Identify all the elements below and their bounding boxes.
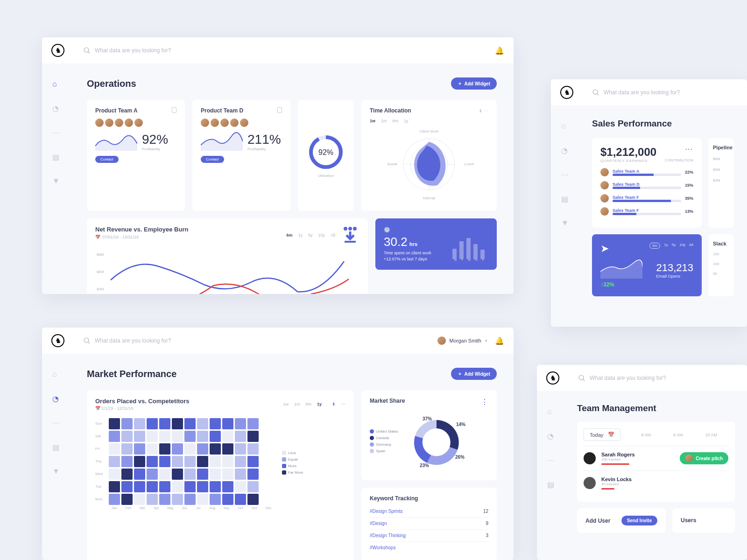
heatmap-cell[interactable] — [172, 481, 183, 492]
heatmap-cell[interactable] — [147, 456, 158, 467]
heatmap-cell[interactable] — [210, 469, 221, 480]
heatmap-cell[interactable] — [184, 443, 196, 455]
heatmap-cell[interactable] — [147, 431, 158, 442]
heatmap-cell[interactable] — [172, 469, 183, 480]
nav-chart-icon[interactable]: ◔ — [52, 394, 60, 402]
more-icon[interactable]: ⋮ — [481, 398, 488, 406]
heatmap-cell[interactable] — [172, 443, 183, 455]
nav-filter-icon[interactable]: ▼ — [561, 219, 569, 226]
heatmap-cell[interactable] — [121, 431, 133, 442]
heatmap-cell[interactable] — [222, 469, 233, 480]
heatmap-cell[interactable] — [210, 456, 221, 467]
heatmap-cell[interactable] — [121, 443, 133, 455]
nav-team-icon[interactable]: ⋯ — [52, 419, 60, 426]
nav-chat-icon[interactable]: ▤ — [547, 480, 555, 488]
heatmap-cell[interactable] — [147, 481, 158, 492]
heatmap-cell[interactable] — [147, 443, 158, 455]
heatmap-cell[interactable] — [147, 494, 158, 505]
heatmap-cell[interactable] — [121, 418, 133, 429]
heatmap-cell[interactable] — [134, 443, 145, 455]
heatmap-cell[interactable] — [134, 431, 145, 442]
heatmap-cell[interactable] — [159, 481, 170, 492]
heatmap-cell[interactable] — [235, 494, 246, 505]
heatmap-cell[interactable] — [109, 443, 120, 455]
contact-button[interactable]: Contact — [95, 156, 119, 163]
add-widget-button[interactable]: ＋ Add Widget — [451, 77, 497, 90]
heatmap-cell[interactable] — [109, 469, 120, 480]
tf-6m[interactable]: 6m — [286, 233, 292, 238]
nav-chart-icon[interactable]: ◔ — [561, 146, 569, 154]
nav-home-icon[interactable]: ⌂ — [547, 407, 555, 415]
nav-home-icon[interactable]: ⌂ — [52, 80, 60, 87]
heatmap-cell[interactable] — [247, 469, 259, 480]
heatmap-cell[interactable] — [210, 494, 221, 505]
date-picker[interactable]: Today📅 — [584, 428, 620, 441]
nav-chart-icon[interactable]: ◔ — [547, 432, 555, 439]
nav-filter-icon[interactable]: ▼ — [52, 177, 60, 184]
send-invite-button[interactable]: Send Invite — [621, 516, 657, 525]
download-arrow-icon[interactable] — [341, 226, 359, 245]
heatmap-cell[interactable] — [184, 418, 196, 429]
heatmap-cell[interactable] — [197, 494, 208, 505]
search-input[interactable]: What data are you looking for? — [83, 47, 495, 55]
heatmap-cell[interactable] — [210, 418, 221, 429]
tf-1y[interactable]: 1y — [404, 119, 409, 123]
nav-team-icon[interactable]: ⋯ — [547, 456, 555, 463]
heatmap-cell[interactable] — [247, 431, 259, 442]
heatmap-cell[interactable] — [235, 418, 246, 429]
heatmap-cell[interactable] — [184, 481, 196, 492]
heatmap-cell[interactable] — [134, 456, 145, 467]
heatmap-cell[interactable] — [184, 456, 196, 467]
contact-button[interactable]: Contact — [201, 156, 224, 163]
heatmap-cell[interactable] — [235, 456, 246, 467]
heatmap-cell[interactable] — [197, 456, 208, 467]
heatmap-cell[interactable] — [222, 443, 233, 455]
heatmap-cell[interactable] — [159, 469, 170, 480]
nav-chat-icon[interactable]: ▤ — [52, 443, 60, 450]
heatmap-cell[interactable] — [147, 418, 158, 429]
search-input[interactable]: What data are you looking for? — [592, 89, 738, 97]
heatmap-cell[interactable] — [197, 418, 208, 429]
heatmap-cell[interactable] — [197, 469, 208, 480]
bell-icon[interactable]: 🔔 — [495, 46, 504, 55]
bookmark-icon[interactable] — [277, 107, 282, 113]
heatmap-cell[interactable] — [172, 431, 183, 442]
heatmap-cell[interactable] — [109, 481, 120, 492]
nav-home-icon[interactable]: ⌂ — [52, 370, 60, 378]
heatmap-cell[interactable] — [247, 494, 259, 505]
heatmap-cell[interactable] — [121, 469, 133, 480]
tf-1m[interactable]: 1m — [381, 119, 387, 123]
heatmap-cell[interactable] — [247, 418, 259, 429]
heatmap-cell[interactable] — [222, 418, 233, 429]
heatmap-cell[interactable] — [159, 456, 170, 467]
download-icon[interactable]: ⬇ ⋯ — [479, 108, 488, 113]
bell-icon[interactable]: 🔔 — [495, 336, 504, 345]
heatmap-cell[interactable] — [197, 481, 208, 492]
nav-filter-icon[interactable]: ▼ — [52, 467, 60, 475]
heatmap-cell[interactable] — [210, 443, 221, 455]
heatmap-cell[interactable] — [222, 481, 233, 492]
download-icon[interactable]: ⬇ — [332, 402, 336, 406]
user-menu[interactable]: Morgan Smith ▾ — [437, 336, 487, 345]
heatmap-cell[interactable] — [172, 494, 183, 505]
tf-6m[interactable]: 6m — [393, 119, 399, 123]
heatmap-cell[interactable] — [134, 494, 145, 505]
team-card-d[interactable]: Product Team D 211%Profitability Contact — [192, 100, 290, 211]
heatmap-cell[interactable] — [109, 494, 120, 505]
heatmap-cell[interactable] — [184, 469, 196, 480]
heatmap-cell[interactable] — [147, 469, 158, 480]
heatmap-cell[interactable] — [109, 431, 120, 442]
search-input[interactable]: What data are you looking for? — [83, 337, 437, 345]
heatmap-cell[interactable] — [184, 494, 196, 505]
heatmap-cell[interactable] — [159, 494, 170, 505]
heatmap-cell[interactable] — [197, 431, 208, 442]
heatmap-cell[interactable] — [222, 431, 233, 442]
heatmap-cell[interactable] — [222, 494, 233, 505]
heatmap-cell[interactable] — [172, 456, 183, 467]
nav-chat-icon[interactable]: ▤ — [52, 153, 60, 160]
heatmap-cell[interactable] — [197, 443, 208, 455]
nav-chart-icon[interactable]: ◔ — [52, 104, 60, 112]
heatmap-cell[interactable] — [134, 481, 145, 492]
heatmap-cell[interactable] — [134, 418, 145, 429]
heatmap-cell[interactable] — [222, 456, 233, 467]
